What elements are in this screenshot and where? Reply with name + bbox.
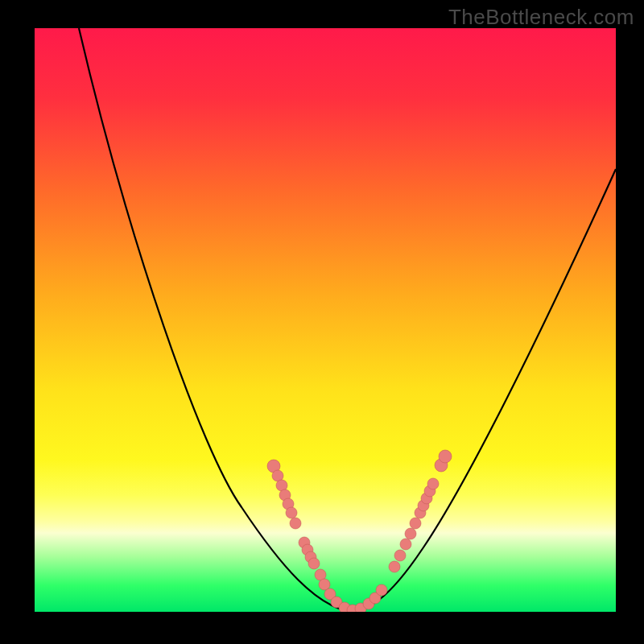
plot-background bbox=[35, 28, 616, 612]
curve-marker bbox=[308, 558, 320, 569]
curve-marker bbox=[405, 528, 416, 539]
curve-marker bbox=[427, 478, 439, 489]
bottleneck-chart bbox=[0, 0, 644, 644]
curve-marker bbox=[410, 518, 421, 529]
chart-frame: TheBottleneck.com bbox=[0, 0, 644, 644]
curve-marker bbox=[439, 450, 452, 463]
curve-marker bbox=[389, 561, 400, 572]
watermark-label: TheBottleneck.com bbox=[448, 5, 634, 30]
curve-marker bbox=[319, 579, 330, 590]
curve-marker bbox=[400, 539, 411, 550]
curve-marker bbox=[376, 584, 387, 596]
curve-marker bbox=[286, 507, 297, 518]
curve-marker bbox=[394, 550, 406, 561]
curve-marker bbox=[290, 518, 301, 529]
